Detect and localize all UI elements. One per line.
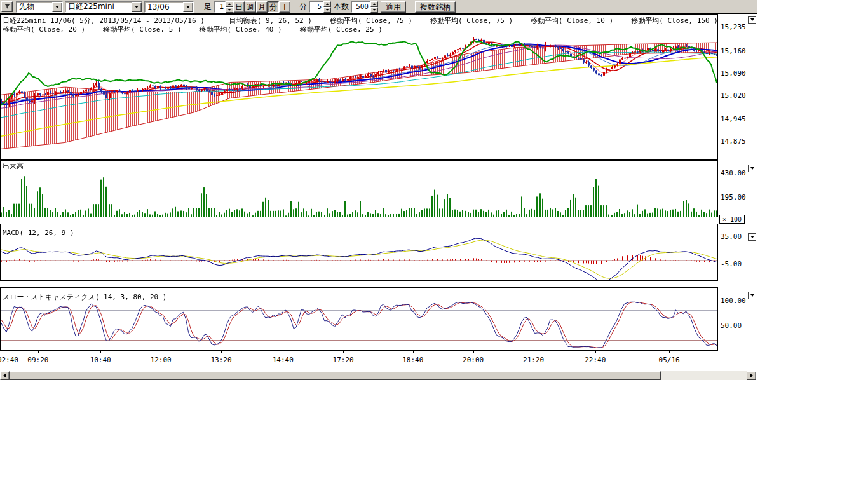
scroll-right-button[interactable]	[747, 371, 756, 380]
time-axis-label: 17:20	[332, 356, 354, 364]
time-axis-tick	[343, 351, 344, 353]
toolbar: 先物 日経225mini 13/06 足 日 週 月 分 T 分	[0, 0, 757, 13]
period-button-day[interactable]: 日	[233, 1, 245, 13]
price-axis-label: 14,945	[721, 115, 746, 123]
time-axis-label: 05/16	[658, 356, 680, 364]
time-axis-label: 18:40	[402, 356, 424, 364]
scrollbar-thumb[interactable]	[10, 371, 661, 380]
category-select[interactable]: 先物	[16, 1, 63, 13]
time-axis-label: 21:20	[523, 356, 545, 364]
time-axis-label: 12:00	[150, 356, 172, 364]
spin-up-button[interactable]	[226, 1, 233, 7]
time-axis-tick	[413, 351, 414, 353]
minutes-label: 分	[299, 1, 307, 12]
volume-multiplier-badge: × 100	[719, 215, 745, 224]
stoch-axis-label: 100.00	[721, 297, 746, 305]
funnel-icon	[4, 4, 10, 10]
chart-canvas[interactable]	[0, 14, 718, 351]
spin-down-button[interactable]	[370, 7, 378, 13]
time-axis-label: 13:20	[210, 356, 232, 364]
price-axis-label: 15,020	[721, 92, 746, 100]
bar-type-label: 足	[204, 1, 212, 12]
apply-button[interactable]: 適用	[381, 1, 406, 13]
time-axis-tick	[283, 351, 283, 353]
time-axis-label: 14:40	[272, 356, 294, 364]
time-axis-tick	[473, 351, 474, 353]
multi-symbol-button[interactable]: 複数銘柄	[415, 1, 456, 13]
time-axis-tick	[161, 351, 161, 353]
chart-application: 先物 日経225mini 13/06 足 日 週 月 分 T 分	[0, 0, 757, 381]
time-axis-label: 02:40	[0, 356, 18, 364]
chart-bottom-border	[0, 369, 756, 369]
category-value: 先物	[17, 1, 52, 12]
spin-down-button[interactable]	[323, 7, 331, 13]
spin-up-button[interactable]	[323, 1, 331, 7]
time-axis-tick	[8, 351, 8, 353]
symbol-select[interactable]: 日経225mini	[65, 1, 142, 13]
bar-count-label: 本数	[334, 1, 349, 12]
chart-area: 日経225mini 13/06( 5分, 2013/05/14 - 2013/0…	[0, 13, 757, 381]
bar-count-input[interactable]	[351, 1, 370, 13]
time-axis-label: 09:20	[27, 356, 49, 364]
volume-panel-menu-button[interactable]	[748, 165, 756, 172]
price-axis-label: 15,090	[721, 69, 746, 78]
bar-interval-input[interactable]	[214, 1, 226, 13]
period-button-minute[interactable]: 分	[268, 1, 279, 13]
symbol-filter-button[interactable]	[1, 1, 13, 12]
chevron-down-icon[interactable]	[52, 2, 62, 12]
contract-value: 13/06	[145, 3, 183, 11]
bar-interval-stepper	[214, 1, 233, 13]
time-axis-tick	[100, 351, 101, 353]
time-axis-tick	[595, 351, 596, 353]
stochastics-panel-menu-button[interactable]	[748, 292, 756, 299]
price-axis-label: 14,875	[721, 137, 746, 146]
chevron-down-icon[interactable]	[132, 2, 142, 12]
price-panel-menu-button[interactable]	[748, 16, 756, 24]
volume-axis-label: 430.00	[721, 169, 746, 177]
stoch-axis-label: 50.00	[721, 322, 742, 330]
time-axis-label: 20:00	[463, 356, 484, 364]
contract-month-select[interactable]: 13/06	[144, 1, 194, 13]
period-button-tick[interactable]: T	[279, 1, 290, 13]
time-axis-tick	[221, 351, 222, 353]
price-axis-label: 15,160	[721, 47, 746, 55]
minutes-stepper	[309, 1, 331, 13]
macd-panel-menu-button[interactable]	[748, 233, 756, 241]
time-axis-tick	[669, 351, 670, 353]
bar-count-stepper	[351, 1, 378, 13]
scroll-left-button[interactable]	[0, 371, 10, 380]
symbol-value: 日経225mini	[65, 1, 132, 12]
period-button-month[interactable]: 月	[256, 1, 268, 13]
macd-axis-label: -5.00	[721, 260, 742, 268]
price-axis-label: 15,235	[721, 23, 746, 31]
volume-axis-label: 195.00	[721, 193, 746, 201]
spin-up-button[interactable]	[370, 1, 378, 7]
horizontal-scrollbar[interactable]	[0, 371, 756, 380]
macd-axis-label: 35.00	[721, 233, 742, 241]
period-button-week[interactable]: 週	[245, 1, 256, 13]
time-axis-tick	[534, 351, 534, 353]
spin-down-button[interactable]	[226, 7, 233, 13]
scrollbar-track[interactable]	[10, 371, 747, 380]
minutes-input[interactable]	[309, 1, 323, 13]
chevron-down-icon[interactable]	[183, 2, 193, 12]
time-axis-tick	[38, 351, 39, 353]
time-axis-label: 10:40	[90, 356, 111, 364]
time-axis-label: 22:40	[585, 356, 606, 364]
